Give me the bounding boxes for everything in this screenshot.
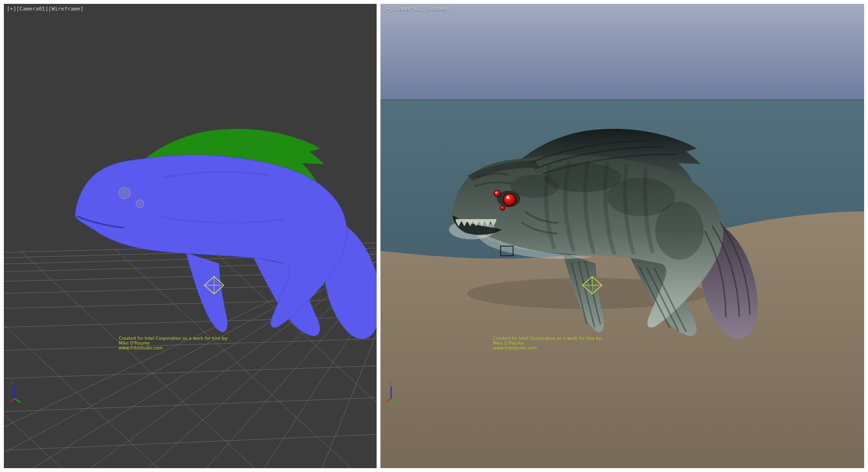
credit-text: Created for Intel Corporation as a work … (493, 336, 602, 350)
axis-tripod-icon (383, 380, 405, 405)
viewport-label-wireframe[interactable]: [+][Camera01][Wireframe] (7, 6, 83, 12)
sky (380, 4, 864, 100)
credit-line-1: Created for Intel Corporation as a work … (493, 336, 602, 341)
axis-z-label: z (388, 380, 391, 385)
viewport-wireframe[interactable]: [+][Camera01][Wireframe] Created for Int… (4, 4, 377, 468)
credit-line-2: Mike O'Rourke (119, 341, 228, 346)
credit-line-3: www.fritzstudio.com (493, 346, 602, 350)
axis-tripod-icon (7, 380, 28, 405)
fish-ventral-fin-front[interactable] (186, 253, 228, 332)
credit-text: Created for Intel Corporation as a work … (119, 336, 228, 350)
axis-z-label: z (12, 380, 14, 385)
wireframe-scene (4, 4, 377, 468)
viewport-label-shaded[interactable]: [+][Camera01][Shaded] (383, 6, 450, 12)
credit-line-2: Mike O'Rourke (493, 341, 602, 346)
credit-line-1: Created for Intel Corporation as a work … (119, 336, 228, 341)
viewport-shaded[interactable]: [+][Camera01][Shaded] Created for Intel … (380, 4, 864, 468)
world-axis-tripod: z (7, 380, 28, 405)
shaded-scene (380, 4, 864, 468)
dual-viewport-stage: [+][Camera01][Wireframe] Created for Int… (0, 0, 868, 472)
world-axis-tripod: z (383, 380, 405, 405)
credit-line-3: www.fritzstudio.com (119, 346, 228, 350)
